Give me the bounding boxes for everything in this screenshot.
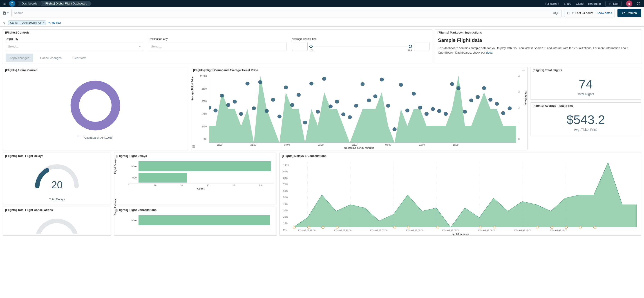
area-x-label: per 60 minutes bbox=[452, 233, 469, 235]
avg-price-label: Avg. Ticket Price bbox=[530, 128, 641, 131]
svg-point-17 bbox=[265, 109, 269, 113]
destination-city-placeholder: Select... bbox=[151, 45, 162, 48]
controls-panel: [Flights] Controls Origin City Select...… bbox=[3, 29, 432, 64]
hamburger-icon[interactable]: ≡ bbox=[2, 1, 7, 6]
chevron-down-icon: ▾ bbox=[572, 11, 574, 15]
add-filter-button[interactable]: + Add filter bbox=[48, 21, 61, 24]
svg-point-51 bbox=[482, 86, 486, 90]
share-link[interactable]: Share bbox=[564, 2, 572, 6]
x-axis-label: timestamp per 30 minutes bbox=[344, 147, 374, 149]
panel-title: [Flights] Total Flight Cancellations bbox=[3, 207, 111, 213]
apply-changes-button[interactable]: Apply changes bbox=[6, 54, 33, 62]
filter-chip-carrier[interactable]: Carrier: OpenSearch-Air × bbox=[8, 21, 46, 25]
svg-point-38 bbox=[399, 83, 403, 87]
hbar-x-label: Count bbox=[128, 187, 274, 190]
svg-point-52 bbox=[488, 98, 492, 102]
filter-bar: Carrier: OpenSearch-Air × + Add filter bbox=[0, 19, 644, 27]
svg-point-37 bbox=[392, 127, 396, 131]
area-chart-plot: 100% 90% 80% 70% 60% 50% 40% 30% 20% 10%… bbox=[293, 162, 636, 227]
hbar-bar-true bbox=[138, 173, 187, 183]
svg-point-15 bbox=[252, 106, 256, 110]
panel-title: [Flights] Total Flights bbox=[530, 67, 641, 73]
svg-point-32 bbox=[360, 82, 364, 86]
total-flights-panel: [Flights] Total Flights 74 Total Flights bbox=[530, 67, 641, 100]
svg-point-45 bbox=[444, 112, 448, 116]
price-range-thumb-max[interactable] bbox=[409, 45, 412, 48]
legend-swatch bbox=[78, 136, 83, 136]
search-placeholder: Search bbox=[14, 11, 23, 15]
svg-point-16 bbox=[258, 80, 262, 84]
svg-point-54 bbox=[501, 111, 505, 115]
svg-point-44 bbox=[437, 109, 441, 113]
markdown-panel: [Flights] Markdown Instructions Sample F… bbox=[435, 29, 641, 64]
avg-ticket-price-label: Average Ticket Price bbox=[292, 37, 430, 41]
svg-point-24 bbox=[310, 82, 314, 86]
change-all-filters-icon[interactable] bbox=[3, 21, 6, 24]
remove-filter-icon[interactable]: × bbox=[42, 21, 44, 24]
docs-link[interactable]: docs bbox=[486, 51, 492, 54]
destination-city-label: Destination City bbox=[149, 37, 286, 41]
price-range-thumb-min[interactable] bbox=[310, 45, 312, 48]
svg-point-7 bbox=[75, 85, 116, 126]
svg-point-0 bbox=[11, 2, 13, 4]
save-query-icon[interactable] bbox=[3, 11, 6, 15]
breadcrumb: Dashboards [Flights] Global Flight Dashb… bbox=[17, 0, 90, 7]
svg-point-35 bbox=[380, 78, 384, 82]
svg-point-53 bbox=[495, 102, 499, 106]
toggle-legend-icon[interactable]: ☰ bbox=[192, 145, 195, 148]
airline-carrier-panel: [Flights] Airline Carrier OpenSearch-Air… bbox=[3, 67, 188, 150]
origin-city-label: Origin City bbox=[6, 37, 143, 41]
total-delays-label: Total Delays bbox=[49, 198, 65, 201]
clear-form-button[interactable]: Clear form bbox=[68, 54, 90, 62]
search-input[interactable]: Search DQL bbox=[12, 9, 562, 17]
flight-delays-panel: [Flights] Flight Delays Flight Delays fa… bbox=[114, 153, 277, 204]
svg-point-19 bbox=[278, 115, 282, 118]
breadcrumb-dashboards[interactable]: Dashboards bbox=[17, 1, 42, 6]
origin-city-placeholder: Select... bbox=[8, 45, 19, 48]
help-icon[interactable]: ? bbox=[637, 2, 640, 6]
markdown-heading: Sample Flight data bbox=[438, 37, 638, 43]
time-picker[interactable]: ▾ Last 24 hours Show dates bbox=[564, 9, 615, 17]
opensearch-logo-icon[interactable] bbox=[9, 1, 15, 7]
origin-city-select[interactable]: Select... ▾ bbox=[6, 42, 143, 51]
svg-point-29 bbox=[341, 112, 346, 116]
combo-chart-plot-area bbox=[209, 75, 516, 143]
price-min-input[interactable] bbox=[292, 42, 308, 51]
svg-point-18 bbox=[271, 98, 275, 102]
edit-button[interactable]: Edit bbox=[605, 1, 622, 7]
price-max-input[interactable] bbox=[414, 42, 430, 51]
panel-options-icon[interactable]: ⋯ bbox=[522, 68, 525, 72]
dql-toggle[interactable]: DQL bbox=[551, 11, 559, 15]
y-axis-left-label: Average Ticket Price bbox=[191, 77, 194, 101]
svg-point-40 bbox=[412, 92, 416, 96]
total-flight-cancellations-panel: [Flights] Total Flight Cancellations bbox=[3, 207, 111, 236]
destination-city-select[interactable]: Select... bbox=[149, 42, 286, 51]
clone-link[interactable]: Clone bbox=[576, 2, 584, 6]
svg-point-23 bbox=[303, 121, 307, 124]
hbar-y-label: Cancellations bbox=[114, 199, 116, 215]
flight-count-price-panel: [Flights] Flight Count and Average Ticke… bbox=[191, 67, 528, 150]
svg-rect-5 bbox=[568, 12, 570, 14]
saved-queries-chevron-icon[interactable]: ▾ bbox=[7, 11, 9, 15]
refresh-button[interactable]: Refresh bbox=[618, 9, 641, 17]
breadcrumb-current[interactable]: [Flights] Global Flight Dashboard bbox=[40, 1, 92, 6]
panel-title: [Flights] Markdown Instructions bbox=[435, 30, 641, 36]
avg-ticket-price-panel: [Flights] Average Ticket Price $543.2 Av… bbox=[530, 102, 641, 135]
calendar-icon bbox=[567, 12, 570, 15]
show-dates-link[interactable]: Show dates bbox=[597, 11, 612, 15]
svg-point-13 bbox=[239, 112, 243, 116]
svg-point-39 bbox=[405, 109, 409, 112]
panel-title: [Flights] Flight Delays bbox=[114, 153, 276, 159]
panel-title: [Flights] Delays & Cancellations bbox=[280, 153, 641, 159]
avatar[interactable]: o bbox=[626, 1, 632, 7]
hbar-y-label: Flight Delays bbox=[114, 158, 116, 174]
hbar-bar-false bbox=[138, 161, 271, 171]
hbar-bar-false bbox=[138, 215, 270, 225]
reporting-link[interactable]: Reporting bbox=[588, 2, 600, 6]
svg-point-10 bbox=[220, 94, 224, 98]
svg-point-26 bbox=[322, 77, 326, 81]
panel-title: [Flights] Flight Count and Average Ticke… bbox=[191, 67, 527, 73]
price-range-slider[interactable]: 101 999 bbox=[310, 46, 412, 47]
full-screen-link[interactable]: Full screen bbox=[545, 2, 559, 6]
cancel-changes-button[interactable]: Cancel changes bbox=[36, 54, 66, 62]
